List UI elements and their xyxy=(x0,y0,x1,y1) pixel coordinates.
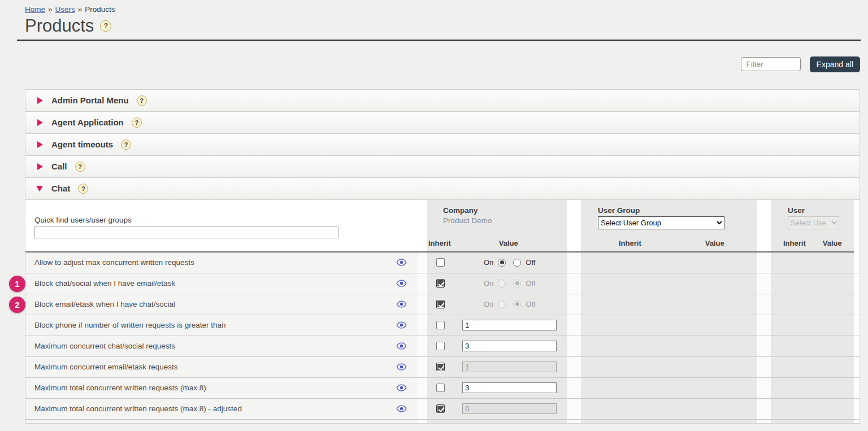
eye-icon[interactable] xyxy=(396,405,407,412)
help-icon[interactable] xyxy=(121,140,131,150)
on-radio[interactable] xyxy=(498,259,506,267)
value-input[interactable] xyxy=(462,320,557,330)
help-icon[interactable] xyxy=(132,117,142,128)
breadcrumb-link-users[interactable]: Users xyxy=(55,5,75,14)
table-row: Maximum total concurrent written request… xyxy=(25,399,860,420)
off-radio[interactable] xyxy=(513,280,521,288)
value-input[interactable] xyxy=(462,403,557,414)
eye-icon[interactable] xyxy=(396,384,407,391)
on-radio[interactable] xyxy=(498,301,506,308)
accordion-section-label: Agent Application xyxy=(51,117,124,127)
off-label: Off xyxy=(526,279,535,288)
table-row: Maximum concurrent email/etask requests xyxy=(25,357,860,378)
help-icon[interactable] xyxy=(137,95,147,106)
inherit-column-label: Inherit xyxy=(619,239,641,247)
on-off-radio-group: On Off xyxy=(484,300,535,308)
quick-find-input[interactable] xyxy=(34,227,338,238)
user-cell xyxy=(771,336,854,356)
help-icon[interactable] xyxy=(78,184,88,194)
toolbar: Expand all xyxy=(25,56,860,73)
filter-input[interactable] xyxy=(741,57,801,71)
chevron-right-icon xyxy=(37,119,43,126)
off-radio[interactable] xyxy=(513,259,521,267)
annotation-number-badge: 2 xyxy=(9,297,25,313)
breadcrumb-separator: » xyxy=(78,5,83,14)
accordion-section-header[interactable]: Call xyxy=(25,155,860,178)
value-input[interactable] xyxy=(462,362,557,372)
accordion-section-label: Agent timeouts xyxy=(51,140,113,149)
eye-icon[interactable] xyxy=(396,321,407,329)
eye-icon[interactable] xyxy=(396,342,407,350)
on-radio[interactable] xyxy=(498,280,506,288)
user-group-select[interactable]: Select User Group xyxy=(598,216,724,229)
inherit-checkbox[interactable] xyxy=(436,342,445,350)
accordion-section-header[interactable]: Chat xyxy=(25,177,860,200)
eye-icon[interactable] xyxy=(396,259,407,266)
chevron-right-icon xyxy=(37,97,43,104)
on-label: On xyxy=(484,300,493,308)
setting-label: Maximum concurrent email/etask requests xyxy=(34,363,178,371)
setting-label: Maximum concurrent chat/social requests xyxy=(34,342,175,350)
on-off-radio-group: On Off xyxy=(484,279,535,288)
setting-label: Allow to adjust max concurrent written r… xyxy=(34,258,194,267)
user-group-cell xyxy=(581,273,757,294)
inherit-checkbox[interactable] xyxy=(436,384,445,392)
user-group-cell xyxy=(581,336,757,356)
inherit-checkbox[interactable] xyxy=(436,363,445,371)
inherit-column-label: Inherit xyxy=(783,239,806,247)
table-row-partial xyxy=(25,420,860,423)
table-row: Allow to adjust max concurrent written r… xyxy=(25,252,860,273)
inherit-checkbox[interactable] xyxy=(436,321,445,329)
breadcrumb-link-home[interactable]: Home xyxy=(25,5,45,14)
eye-icon[interactable] xyxy=(396,280,407,287)
accordion-section-header[interactable]: Agent Application xyxy=(25,111,860,134)
value-column-label: Value xyxy=(823,239,842,247)
chat-settings-panel: Quick find users/user groups Company Pro… xyxy=(25,199,860,424)
value-input[interactable] xyxy=(462,341,557,351)
user-cell xyxy=(771,357,854,377)
accordion-section-header[interactable]: Agent timeouts xyxy=(25,133,860,156)
accordion-section-label: Chat xyxy=(51,184,70,193)
user-select[interactable]: Select Use xyxy=(788,216,839,229)
company-column-title: Company xyxy=(443,206,567,215)
page: Home»Users»Products Products Expand all … xyxy=(0,0,868,424)
inherit-checkbox[interactable] xyxy=(436,258,445,267)
user-cell xyxy=(771,378,854,398)
eye-icon[interactable] xyxy=(396,301,407,308)
user-column-title: User xyxy=(788,206,854,215)
user-cell xyxy=(771,273,854,294)
chevron-right-icon xyxy=(37,141,43,148)
user-column-header: User Select Use Inherit Value xyxy=(771,200,854,252)
off-label: Off xyxy=(526,258,535,267)
user-cell xyxy=(771,399,854,419)
off-radio[interactable] xyxy=(513,301,521,308)
annotation-number-badge: 1 xyxy=(9,276,25,292)
user-group-cell xyxy=(581,357,757,377)
company-name: Product Demo xyxy=(443,216,567,225)
accordion-section-label: Admin Portal Menu xyxy=(51,95,129,105)
value-input[interactable] xyxy=(462,382,557,393)
setting-label: Block chat/social when I have email/etas… xyxy=(34,279,175,288)
accordion-section-header[interactable]: Admin Portal Menu xyxy=(25,89,860,112)
company-column-header: Company Product Demo Inherit Value xyxy=(427,200,567,252)
settings-table-header: Quick find users/user groups Company Pro… xyxy=(25,200,860,252)
off-label: Off xyxy=(526,300,535,308)
accordion-section-label: Call xyxy=(51,162,67,171)
inherit-checkbox[interactable] xyxy=(436,404,445,413)
value-column-label: Value xyxy=(705,239,724,247)
page-title: Products xyxy=(25,16,94,36)
help-icon[interactable] xyxy=(100,20,111,32)
eye-icon[interactable] xyxy=(396,363,407,371)
breadcrumb: Home»Users»Products xyxy=(25,0,868,14)
inherit-column-label: Inherit xyxy=(428,239,451,247)
on-label: On xyxy=(484,258,493,267)
user-group-cell xyxy=(581,315,757,336)
user-group-column-header: User Group Select User Group Inherit Val… xyxy=(581,200,757,252)
setting-label: Block email/etask when I have chat/socia… xyxy=(34,300,175,308)
inherit-checkbox[interactable] xyxy=(436,279,445,288)
inherit-checkbox[interactable] xyxy=(436,300,445,308)
table-row: Maximum concurrent chat/social requests xyxy=(25,336,860,357)
expand-all-button[interactable]: Expand all xyxy=(810,56,860,72)
on-label: On xyxy=(484,279,493,288)
help-icon[interactable] xyxy=(75,162,85,172)
